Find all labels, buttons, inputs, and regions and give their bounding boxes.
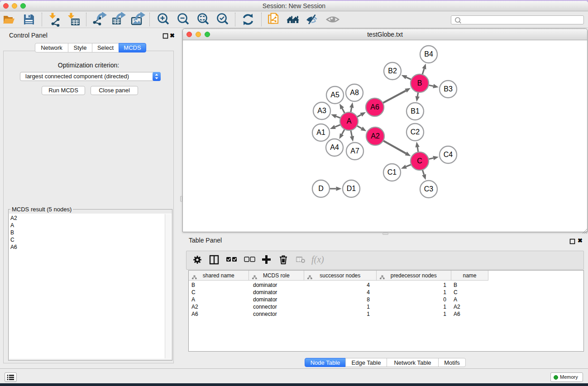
- svg-text:A3: A3: [317, 107, 326, 114]
- svg-text:D: D: [318, 185, 324, 192]
- svg-text:B3: B3: [444, 85, 453, 93]
- svg-text:A8: A8: [350, 89, 359, 96]
- svg-text:C4: C4: [444, 151, 453, 158]
- svg-text:A5: A5: [330, 91, 339, 99]
- svg-text:A7: A7: [350, 147, 359, 155]
- svg-text:B2: B2: [388, 67, 397, 75]
- svg-text:C2: C2: [411, 128, 420, 136]
- svg-text:A: A: [347, 117, 352, 125]
- svg-text:f(x): f(x): [311, 255, 324, 265]
- svg-text:A2: A2: [371, 132, 380, 140]
- svg-text:B: B: [417, 79, 422, 87]
- svg-text:C1: C1: [387, 168, 397, 176]
- svg-text:D1: D1: [347, 185, 356, 192]
- svg-text:A6: A6: [370, 103, 379, 111]
- svg-text:B1: B1: [411, 107, 420, 115]
- svg-text:A4: A4: [330, 143, 339, 151]
- svg-text:C: C: [417, 157, 422, 165]
- svg-text:B4: B4: [424, 50, 433, 58]
- svg-text:C3: C3: [424, 185, 434, 193]
- svg-text:A1: A1: [316, 129, 325, 136]
